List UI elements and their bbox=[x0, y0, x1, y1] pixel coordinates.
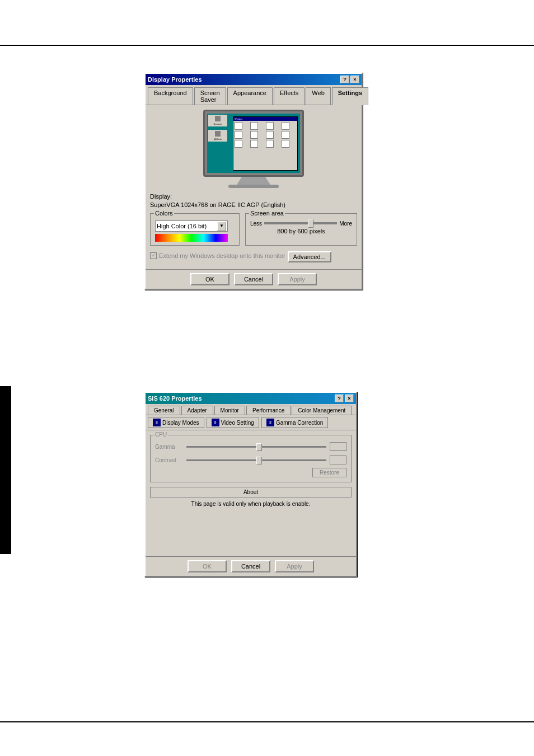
monitor-preview: Screene MyBook bbox=[198, 110, 310, 188]
dialog1-title: Display Properties bbox=[148, 76, 202, 83]
desktop-icon-1: Screene bbox=[208, 115, 227, 126]
display-properties-dialog: Display Properties ? × Background Screen… bbox=[144, 73, 363, 290]
settings-row: Colors High Color (16 bit) ▼ Screen area… bbox=[150, 213, 357, 246]
colors-group-label: Colors bbox=[154, 210, 174, 217]
colors-group: Colors High Color (16 bit) ▼ bbox=[150, 213, 240, 246]
slider-more-label: More bbox=[339, 220, 352, 227]
extend-desktop-checkbox[interactable]: ✓ bbox=[150, 252, 157, 259]
monitor-stand bbox=[237, 177, 270, 185]
gamma-input[interactable] bbox=[330, 442, 346, 451]
restore-button[interactable]: Restore bbox=[312, 468, 346, 477]
pixels-text: 800 by 600 pixels bbox=[250, 228, 352, 234]
dialog2-help-button[interactable]: ? bbox=[335, 395, 344, 402]
tab-screensaver[interactable]: Screen Saver bbox=[194, 87, 226, 105]
tab-monitor[interactable]: Monitor bbox=[214, 406, 245, 415]
tab-general[interactable]: General bbox=[148, 406, 180, 415]
about-button[interactable]: About bbox=[150, 487, 352, 497]
gamma-correction-icon: S bbox=[266, 419, 274, 426]
advanced-button[interactable]: Advanced... bbox=[288, 251, 331, 262]
extend-desktop-label: Extend my Windows desktop onto this moni… bbox=[159, 252, 285, 259]
top-rule bbox=[0, 45, 534, 46]
dialog1-body: Screene MyBook bbox=[146, 105, 362, 269]
subtab-display-modes[interactable]: S Display Modes bbox=[148, 417, 204, 428]
display-modes-icon: S bbox=[153, 419, 161, 426]
cpu-group-label: CPU bbox=[154, 431, 168, 438]
tab-adapter[interactable]: Adapter bbox=[181, 406, 213, 415]
restore-row: Restore bbox=[155, 464, 346, 477]
contrast-input[interactable] bbox=[330, 456, 346, 464]
contrast-slider-row: Contrast bbox=[155, 456, 346, 464]
monitor-screen: Screene MyBook bbox=[207, 114, 300, 173]
dialog2-titlebar: SiS 620 Properties ? × bbox=[146, 393, 356, 404]
colors-select-arrow[interactable]: ▼ bbox=[217, 222, 226, 231]
contrast-label: Contrast bbox=[155, 457, 183, 463]
dialog1-cancel-button[interactable]: Cancel bbox=[234, 273, 273, 285]
contrast-slider-track[interactable] bbox=[186, 459, 326, 461]
slider-thumb[interactable] bbox=[308, 219, 313, 228]
tab-settings[interactable]: Settings bbox=[332, 87, 368, 105]
tab-performance[interactable]: Performance bbox=[246, 406, 291, 415]
desktop-icon-2: MyBook bbox=[208, 130, 227, 142]
dialog2-titlebar-buttons: ? × bbox=[335, 395, 354, 402]
dialog2-close-button[interactable]: × bbox=[345, 395, 354, 402]
display-value: SuperVGA 1024x768 on RAGE IIC AGP (Engli… bbox=[150, 201, 357, 209]
gamma-slider-thumb[interactable] bbox=[256, 443, 262, 451]
dialog1-titlebar-buttons: ? × bbox=[340, 76, 359, 83]
screen-area-slider: Less More bbox=[250, 220, 352, 227]
video-setting-icon: S bbox=[212, 419, 219, 426]
subtab-video-setting[interactable]: S Video Setting bbox=[207, 417, 259, 428]
spacer bbox=[150, 507, 352, 552]
tab-color-management[interactable]: Color Management bbox=[292, 406, 352, 415]
monitor-base bbox=[228, 185, 279, 188]
slider-less-label: Less bbox=[250, 220, 262, 227]
dialog2-main-tabs: General Adapter Monitor Performance Colo… bbox=[146, 404, 356, 415]
monitor-outer: Screene MyBook bbox=[203, 110, 304, 177]
desktop-left-icons: Screene MyBook bbox=[208, 115, 229, 142]
sim-window-titlebar: Window bbox=[233, 117, 297, 121]
dialog2-body: CPU Gamma Contrast bbox=[146, 430, 356, 556]
colors-select[interactable]: High Color (16 bit) ▼ bbox=[155, 220, 228, 232]
display-info: Display: SuperVGA 1024x768 on RAGE IIC A… bbox=[150, 192, 357, 210]
dialog1-apply-button[interactable]: Apply bbox=[278, 273, 317, 285]
tab-background[interactable]: Background bbox=[148, 87, 193, 105]
screen-area-label: Screen area bbox=[249, 210, 285, 217]
monitor-desktop: Screene MyBook bbox=[207, 114, 300, 173]
dialog2-ok-button[interactable]: OK bbox=[188, 560, 227, 572]
dialog2-subtabs: S Display Modes S Video Setting S Gamma … bbox=[146, 415, 356, 430]
subtab-gamma-correction[interactable]: S Gamma Correction bbox=[261, 417, 328, 428]
display-label: Display: bbox=[150, 192, 357, 201]
bottom-rule bbox=[0, 721, 534, 722]
sis-note: This page is valid only when playback is… bbox=[150, 501, 352, 507]
gamma-label: Gamma bbox=[155, 444, 183, 450]
sis620-dialog-window: SiS 620 Properties ? × General Adapter M… bbox=[144, 392, 357, 577]
dialog1-ok-button[interactable]: OK bbox=[190, 273, 229, 285]
simulated-window: Window bbox=[233, 116, 298, 171]
tab-effects[interactable]: Effects bbox=[274, 87, 305, 105]
dialog1-help-button[interactable]: ? bbox=[340, 76, 349, 83]
dialog1-tabs: Background Screen Saver Appearance Effec… bbox=[146, 85, 362, 105]
dialog2-apply-button[interactable]: Apply bbox=[275, 560, 314, 572]
screen-area-group: Screen area Less More 800 by 600 pixels bbox=[245, 213, 357, 246]
tab-appearance[interactable]: Appearance bbox=[227, 87, 273, 105]
contrast-slider-thumb[interactable] bbox=[256, 457, 262, 464]
dialog2-title: SiS 620 Properties bbox=[148, 395, 202, 402]
dialog1-footer: OK Cancel Apply bbox=[146, 269, 362, 289]
dialog2-cancel-button[interactable]: Cancel bbox=[231, 560, 270, 572]
slider-track[interactable] bbox=[264, 222, 337, 224]
sim-window-icons bbox=[233, 121, 297, 149]
cpu-group: CPU Gamma Contrast bbox=[150, 435, 352, 482]
dialog2-footer: OK Cancel Apply bbox=[146, 556, 356, 576]
checkbox-row: ✓ Extend my Windows desktop onto this mo… bbox=[150, 249, 357, 262]
side-tab-artifact bbox=[0, 386, 11, 554]
gamma-slider-track[interactable] bbox=[186, 446, 326, 448]
tab-web[interactable]: Web bbox=[306, 87, 330, 105]
color-bar bbox=[155, 234, 228, 242]
gamma-slider-row: Gamma bbox=[155, 442, 346, 451]
sis620-dialog: SiS 620 Properties ? × General Adapter M… bbox=[144, 392, 357, 577]
page: Display Properties ? × Background Screen… bbox=[0, 0, 534, 756]
dialog1-titlebar: Display Properties ? × bbox=[146, 74, 362, 85]
dialog1-close-button[interactable]: × bbox=[350, 76, 359, 83]
